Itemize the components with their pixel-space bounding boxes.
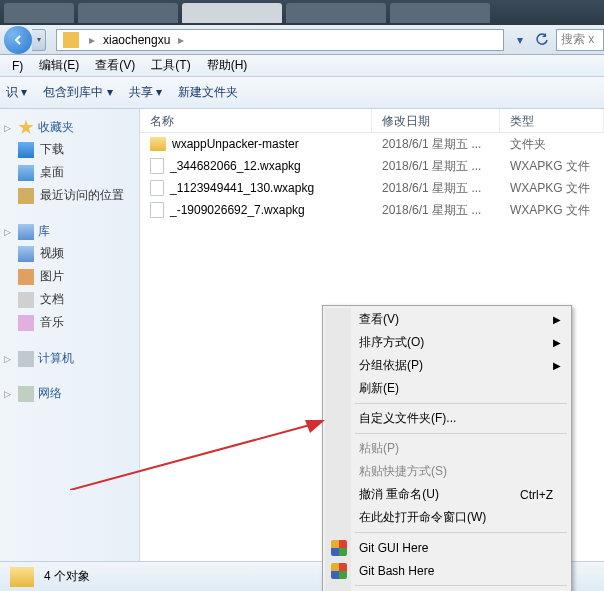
file-type: WXAPKG 文件	[500, 178, 604, 199]
include-library-button[interactable]: 包含到库中 ▾	[43, 84, 112, 101]
breadcrumb-segment[interactable]: xiaochengxu	[101, 33, 172, 47]
file-row[interactable]: _344682066_12.wxapkg2018/6/1 星期五 ...WXAP…	[140, 155, 604, 177]
menu-bar: F) 编辑(E) 查看(V) 工具(T) 帮助(H)	[0, 55, 604, 77]
sidebar: ▷收藏夹 下载 桌面 最近访问的位置 ▷库 视频 图片 文档 音乐 ▷计算机 ▷…	[0, 109, 140, 561]
sidebar-item-pictures[interactable]: 图片	[0, 265, 139, 288]
star-icon	[18, 120, 34, 136]
library-icon	[18, 224, 34, 240]
browser-tab[interactable]	[390, 3, 490, 23]
search-input[interactable]: 搜索 x	[556, 29, 604, 51]
browser-tab[interactable]	[182, 3, 282, 23]
chevron-right-icon: ▶	[553, 337, 561, 348]
file-icon	[150, 180, 164, 196]
file-icon	[150, 202, 164, 218]
cm-customize[interactable]: 自定义文件夹(F)...	[325, 407, 569, 430]
sidebar-item-music[interactable]: 音乐	[0, 311, 139, 334]
nav-history-dropdown[interactable]: ▾	[32, 29, 46, 51]
file-name: _344682066_12.wxapkg	[170, 159, 301, 173]
file-name: _1123949441_130.wxapkg	[170, 181, 314, 195]
file-type: WXAPKG 文件	[500, 156, 604, 177]
chevron-right-icon: ▶	[553, 360, 561, 371]
cm-open-cmd[interactable]: 在此处打开命令窗口(W)	[325, 506, 569, 529]
file-date: 2018/6/1 星期五 ...	[372, 200, 500, 221]
menu-tools[interactable]: 工具(T)	[143, 55, 198, 76]
cm-paste: 粘贴(P)	[325, 437, 569, 460]
file-name: _-1909026692_7.wxapkg	[170, 203, 305, 217]
sidebar-favorites[interactable]: ▷收藏夹	[0, 117, 139, 138]
status-text: 4 个对象	[44, 568, 90, 585]
menu-edit[interactable]: 编辑(E)	[31, 55, 87, 76]
folder-icon	[150, 137, 166, 151]
browser-tab[interactable]	[4, 3, 74, 23]
column-type[interactable]: 类型	[500, 109, 604, 132]
sidebar-computer[interactable]: ▷计算机	[0, 348, 139, 369]
file-row[interactable]: _1123949441_130.wxapkg2018/6/1 星期五 ...WX…	[140, 177, 604, 199]
git-icon	[331, 540, 347, 556]
address-bar: ▾ ▸ xiaochengxu ▸ ▾ 搜索 x	[0, 25, 604, 55]
file-type: WXAPKG 文件	[500, 200, 604, 221]
file-row[interactable]: wxappUnpacker-master2018/6/1 星期五 ...文件夹	[140, 133, 604, 155]
file-row[interactable]: _-1909026692_7.wxapkg2018/6/1 星期五 ...WXA…	[140, 199, 604, 221]
sidebar-item-recent[interactable]: 最近访问的位置	[0, 184, 139, 207]
picture-icon	[18, 269, 34, 285]
cm-undo[interactable]: 撤消 重命名(U)Ctrl+Z	[325, 483, 569, 506]
sidebar-item-videos[interactable]: 视频	[0, 242, 139, 265]
cm-paste-shortcut: 粘贴快捷方式(S)	[325, 460, 569, 483]
cm-git-gui[interactable]: Git GUI Here	[325, 536, 569, 559]
chevron-right-icon: ▶	[553, 314, 561, 325]
breadcrumb-sep: ▸	[83, 33, 101, 47]
menu-help[interactable]: 帮助(H)	[199, 55, 256, 76]
file-date: 2018/6/1 星期五 ...	[372, 178, 500, 199]
file-type: 文件夹	[500, 134, 604, 155]
cm-view[interactable]: 查看(V)▶	[325, 308, 569, 331]
cm-group[interactable]: 分组依据(P)▶	[325, 354, 569, 377]
browser-tab[interactable]	[286, 3, 386, 23]
breadcrumb-sep: ▸	[172, 33, 190, 47]
sidebar-item-downloads[interactable]: 下载	[0, 138, 139, 161]
file-date: 2018/6/1 星期五 ...	[372, 156, 500, 177]
sidebar-item-documents[interactable]: 文档	[0, 288, 139, 311]
desktop-icon	[18, 165, 34, 181]
download-icon	[18, 142, 34, 158]
file-name: wxappUnpacker-master	[172, 137, 299, 151]
menu-view[interactable]: 查看(V)	[87, 55, 143, 76]
file-icon	[150, 158, 164, 174]
column-name[interactable]: 名称	[140, 109, 372, 132]
computer-icon	[18, 351, 34, 367]
toolbar: 识 ▾ 包含到库中 ▾ 共享 ▾ 新建文件夹	[0, 77, 604, 109]
cm-sort[interactable]: 排序方式(O)▶	[325, 331, 569, 354]
folder-icon	[10, 567, 34, 587]
menu-file[interactable]: F)	[4, 57, 31, 75]
sidebar-item-desktop[interactable]: 桌面	[0, 161, 139, 184]
folder-icon	[63, 32, 79, 48]
organize-button[interactable]: 识 ▾	[6, 84, 27, 101]
music-icon	[18, 315, 34, 331]
file-date: 2018/6/1 星期五 ...	[372, 134, 500, 155]
browser-tabs	[0, 0, 604, 25]
column-date[interactable]: 修改日期	[372, 109, 500, 132]
document-icon	[18, 292, 34, 308]
breadcrumb[interactable]: ▸ xiaochengxu ▸	[56, 29, 504, 51]
recent-icon	[18, 188, 34, 204]
sidebar-network[interactable]: ▷网络	[0, 383, 139, 404]
network-icon	[18, 386, 34, 402]
sidebar-libraries[interactable]: ▷库	[0, 221, 139, 242]
browser-tab[interactable]	[78, 3, 178, 23]
column-headers: 名称 修改日期 类型	[140, 109, 604, 133]
cm-refresh[interactable]: 刷新(E)	[325, 377, 569, 400]
share-button[interactable]: 共享 ▾	[129, 84, 162, 101]
context-menu: 查看(V)▶ 排序方式(O)▶ 分组依据(P)▶ 刷新(E) 自定义文件夹(F)…	[322, 305, 572, 591]
video-icon	[18, 246, 34, 262]
new-folder-button[interactable]: 新建文件夹	[178, 84, 238, 101]
back-button[interactable]	[4, 26, 32, 54]
cm-git-bash[interactable]: Git Bash Here	[325, 559, 569, 582]
dropdown-icon[interactable]: ▾	[510, 30, 530, 50]
git-icon	[331, 563, 347, 579]
refresh-icon[interactable]	[532, 30, 552, 50]
